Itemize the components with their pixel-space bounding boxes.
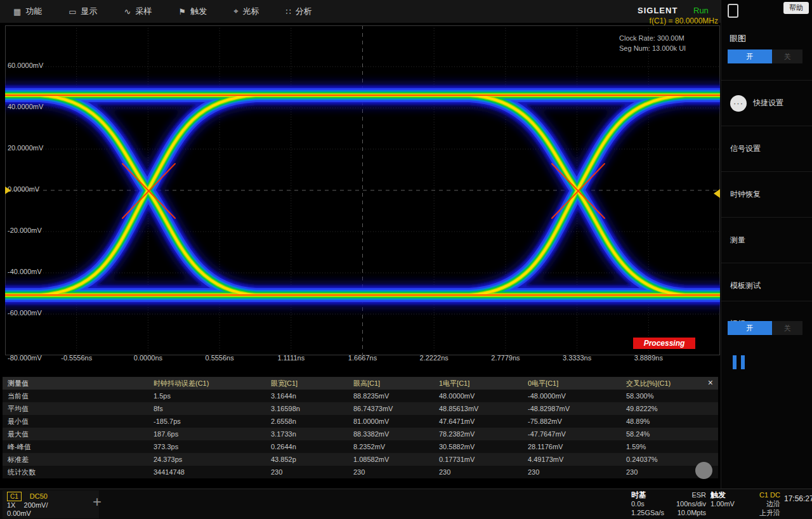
menu-item-功能[interactable]: ▦功能 <box>0 0 55 23</box>
table-cell: 8.2352mV <box>348 443 434 450</box>
eye-diagram-plot <box>5 25 720 355</box>
toggle-on-segment[interactable]: 开 <box>728 49 772 63</box>
table-cell: -47.7647mV <box>523 430 621 438</box>
table-cell: 58.300% <box>621 392 718 400</box>
remote-device-icon[interactable] <box>728 4 738 18</box>
table-row-label: 统计次数 <box>3 468 148 477</box>
table-cell: 3.16598n <box>266 405 348 412</box>
measurement-table: 测量值时钟抖动误差(C1)眼宽[C1]眼高[C1]1电平[C1]0电平[C1]交… <box>3 377 718 478</box>
table-column-header[interactable]: 交叉比[%](C1) <box>621 379 718 388</box>
table-row: 标准差24.373ps43.852p1.08582mV0.17731mV4.49… <box>3 453 718 466</box>
table-column-header[interactable]: 时钟抖动误差(C1) <box>148 379 266 388</box>
x-axis-label: -0.5556ns <box>61 354 92 362</box>
eye-enable-toggle[interactable]: 开 关 <box>728 49 802 63</box>
pause-icon <box>733 355 737 369</box>
table-cell: 230 <box>523 468 621 476</box>
table-row: 当前值1.5ps3.1644n88.8235mV48.0000mV-48.000… <box>3 390 718 402</box>
x-axis-label: 3.8889ns <box>634 354 663 362</box>
pause-icon <box>741 355 745 369</box>
table-column-header[interactable]: 眼宽[C1] <box>266 379 348 388</box>
channel-descriptor[interactable]: C1 DC50 1X 200mV/ 0.00mV <box>3 490 99 518</box>
table-row: 峰-峰值373.3ps0.2644n8.2352mV30.5882mV28.11… <box>3 440 718 453</box>
pause-button[interactable] <box>733 355 745 369</box>
menu-item-label: 显示 <box>81 6 98 17</box>
sidebar-item-快捷设置[interactable]: ···快捷设置 <box>721 80 812 126</box>
table-cell: -48.0000mV <box>523 392 621 400</box>
table-cell: -75.882mV <box>523 417 621 425</box>
table-cell: 0.17731mV <box>434 456 523 463</box>
table-cell: 3.1733n <box>266 430 348 438</box>
sidebar-item-label: 快捷设置 <box>753 98 783 108</box>
table-row: 平均值8fs3.16598n86.74373mV48.85613mV-48.82… <box>3 402 718 415</box>
y-axis-corner-label: -80.000mV <box>8 354 42 362</box>
sidebar-item-label: 测量 <box>730 235 745 246</box>
y-axis-label: 20.0000mV <box>8 144 43 152</box>
table-cell: 230 <box>266 468 348 476</box>
channel-coupling: DC50 <box>30 492 48 500</box>
menu-item-触发[interactable]: ⚑触发 <box>166 0 221 23</box>
table-row-label: 标准差 <box>3 455 148 464</box>
x-axis-label: 0.0000ns <box>134 354 162 362</box>
table-column-header[interactable]: 1电平[C1] <box>434 379 523 388</box>
timebase-label: 时基 <box>631 490 646 499</box>
menu-item-显示[interactable]: ▭显示 <box>55 0 110 23</box>
trigger-label: 触发 <box>710 490 726 499</box>
table-column-header[interactable]: 眼高[C1] <box>348 379 434 388</box>
run-toggle[interactable]: 开 关 <box>728 321 802 335</box>
table-row-label: 平均值 <box>3 404 148 414</box>
table-close-button[interactable]: × <box>708 378 713 388</box>
top-menu-items: ▦功能▭显示∿采样⚑触发⌖光标∷分析 <box>0 0 325 23</box>
table-cell: 28.1176mV <box>523 443 621 450</box>
toggle-off-segment[interactable]: 关 <box>772 321 802 335</box>
timebase-descriptor[interactable]: 时基 ESR 0.0s 100ns/div 1.25GSa/s 10.0Mpts <box>631 490 706 518</box>
seg-num-readout: Seg Num: 13.000k UI <box>619 43 686 53</box>
menu-item-label: 光标 <box>242 6 259 17</box>
toggle-on-segment[interactable]: 开 <box>728 321 772 335</box>
table-row-label: 最大值 <box>3 430 148 439</box>
menu-item-分析[interactable]: ∷分析 <box>272 0 325 23</box>
table-cell: 4.49173mV <box>523 456 621 463</box>
sidebar-item-测量[interactable]: 测量 <box>721 217 812 263</box>
table-cell: 1.59% <box>621 443 718 450</box>
table-cell: 43.852p <box>266 456 348 463</box>
table-cell: 86.74373mV <box>348 405 434 412</box>
timebase-tag: ESR <box>691 490 706 499</box>
menu-item-采样[interactable]: ∿采样 <box>111 0 166 23</box>
channel-badge: C1 <box>7 492 22 501</box>
table-cell: 1.08582mV <box>348 456 434 463</box>
table-cell: 3.1644n <box>266 392 348 400</box>
table-corner-label: 测量值 <box>3 379 148 388</box>
menu-item-光标[interactable]: ⌖光标 <box>220 0 272 23</box>
trigger-descriptor[interactable]: 触发 C1 DC 1.00mV 边沿 上升沿 <box>710 490 780 518</box>
clock-rate-readout: Clock Rate: 300.00M <box>619 33 686 43</box>
drag-handle[interactable] <box>695 462 712 479</box>
help-button[interactable]: 帮助 <box>783 2 809 14</box>
analysis-icon: ∷ <box>285 7 291 16</box>
y-axis-label: 40.0000mV <box>8 103 43 110</box>
table-row: 统计次数34414748230230230230230 <box>3 466 718 478</box>
trigger-level-arrow[interactable] <box>714 189 720 198</box>
clock-info-readout: Clock Rate: 300.00M Seg Num: 13.000k UI <box>619 33 686 53</box>
sidebar-item-信号设置[interactable]: 信号设置 <box>721 126 812 171</box>
y-axis-label: -40.000mV <box>8 268 42 275</box>
table-cell: 373.3ps <box>148 443 266 450</box>
table-cell: 48.0000mV <box>434 392 523 400</box>
table-cell: 30.5882mV <box>434 443 523 450</box>
table-row-label: 最小值 <box>3 417 148 426</box>
table-column-header[interactable]: 0电平[C1] <box>523 379 621 388</box>
cursor-icon: ⌖ <box>233 6 238 16</box>
timebase-delay: 0.0s <box>631 499 645 508</box>
table-cell: 24.373ps <box>148 456 266 463</box>
y-axis-label: 0.0000mV <box>8 185 39 193</box>
brand-logo: SIGLENT <box>638 6 678 15</box>
toggle-off-segment[interactable]: 关 <box>772 49 802 63</box>
sidebar-item-时钟恢复[interactable]: 时钟恢复 <box>721 171 812 217</box>
channel-scale: 200mV/ <box>24 501 48 509</box>
x-axis-label: 1.6667ns <box>348 354 377 362</box>
table-header-row: 测量值时钟抖动误差(C1)眼宽[C1]眼高[C1]1电平[C1]0电平[C1]交… <box>3 377 718 390</box>
x-axis-label: 3.3333ns <box>563 354 591 362</box>
trigger-type: 边沿 <box>766 499 780 508</box>
channel-offset-arrow[interactable] <box>5 187 11 194</box>
table-cell: 48.89% <box>621 417 718 425</box>
processing-badge: Processing <box>633 338 695 349</box>
